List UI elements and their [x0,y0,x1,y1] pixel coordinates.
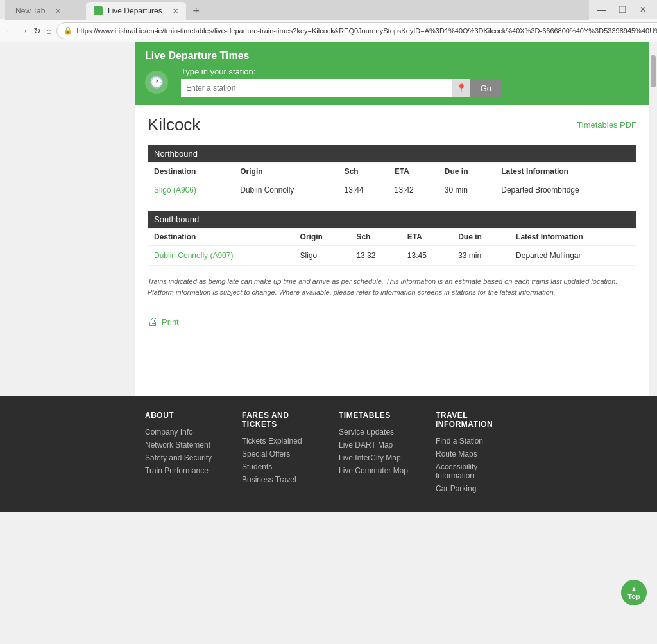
reload-button[interactable]: ↻ [33,23,41,39]
col-origin: Origin [234,163,337,180]
restore-button[interactable]: ❐ [613,3,631,16]
page-wrapper: New Tab ✕ Live Departures ✕ + — ❐ ✕ ← → … [0,0,657,512]
southbound-col-headers: Destination Origin Sch ETA Due in Latest… [148,229,636,246]
forward-button[interactable]: → [19,23,28,39]
left-margin [0,42,135,396]
print-label[interactable]: Print [162,317,179,327]
col-sch: Sch [338,163,388,180]
northbound-table: Northbound Destination Origin Sch ETA Du… [148,145,636,200]
footer-timetables-links: Service updatesLive DART MapLive InterCi… [339,428,415,475]
location-icon[interactable]: 📍 [452,79,470,97]
footer-link[interactable]: Safety and Security [145,453,221,462]
col-destination: Destination [148,163,234,180]
footer-link[interactable]: Special Offers [242,449,318,458]
address-bar[interactable]: 🔒 https://www.irishrail.ie/en-ie/train-t… [56,22,657,39]
footer-link[interactable]: Business Travel [242,475,318,484]
right-scrollbar-area[interactable] [649,42,657,396]
footer-travel: TRAVEL INFORMATION Find a StationRoute M… [425,411,522,497]
clock-icon: 🕐 [145,71,168,94]
latest-info-cell: Departed Mullingar [509,246,636,266]
eta-cell: 13:42 [388,180,438,200]
footer-link[interactable]: Company Info [145,428,221,437]
footer-link[interactable]: Service updates [339,428,415,437]
footer-link[interactable]: Live InterCity Map [339,453,415,462]
destination-link[interactable]: Sligo (A906) [154,186,196,195]
departure-header-title: Live Departure Times [145,50,639,62]
col-eta: ETA [401,229,452,246]
disclaimer-text: Trains indicated as being late can make … [148,276,636,297]
minimize-button[interactable]: — [593,3,611,16]
sch-cell: 13:44 [338,180,388,200]
footer-timetables: TIMETABLES Service updatesLive DART MapL… [328,411,425,497]
print-row[interactable]: 🖨 Print [148,308,636,338]
tab-bar: New Tab ✕ Live Departures ✕ + [5,0,589,20]
footer-fares-title: FARES AND TICKETS [242,411,318,429]
southbound-table: Southbound Destination Origin Sch ETA Du… [148,211,636,266]
footer-inner: ABOUT Company InfoNetwork StatementSafet… [135,411,522,497]
latest-info-cell: Departed Broombridge [495,180,636,200]
address-bar-row: ← → ↻ ⌂ 🔒 https://www.irishrail.ie/en-ie… [0,19,657,42]
footer-timetables-title: TIMETABLES [339,411,415,420]
footer-link[interactable]: Live Commuter Map [339,466,415,475]
station-title-row: Kilcock Timetables PDF [148,115,636,135]
due-in-cell: 30 min [438,180,495,200]
col-due-in: Due in [452,229,509,246]
footer-link[interactable]: Route Maps [436,449,512,458]
footer-travel-title: TRAVEL INFORMATION [436,411,512,429]
print-icon: 🖨 [148,316,158,327]
table-row: Dublin Connolly (A907) Sligo 13:32 13:45… [148,246,636,266]
footer-fares: FARES AND TICKETS Tickets ExplainedSpeci… [232,411,328,497]
timetables-pdf-link[interactable]: Timetables PDF [577,120,636,130]
browser-titlebar: New Tab ✕ Live Departures ✕ + — ❐ ✕ [0,0,657,19]
col-destination: Destination [148,229,294,246]
footer-link[interactable]: Tickets Explained [242,437,318,446]
home-button[interactable]: ⌂ [46,23,51,39]
southbound-header: Southbound [148,211,636,229]
footer-travel-links: Find a StationRoute MapsAccessibility In… [436,437,512,493]
page-area: Live Departure Times 🕐 Type in your stat… [0,42,657,396]
station-name: Kilcock [148,115,200,135]
go-button[interactable]: Go [470,79,502,97]
tab-new-tab[interactable]: New Tab ✕ [8,2,85,20]
close-button[interactable]: ✕ [634,3,652,16]
footer-link[interactable]: Network Statement [145,440,221,449]
footer-fares-links: Tickets ExplainedSpecial OffersStudentsB… [242,437,318,484]
new-tab-button[interactable]: + [187,2,205,20]
footer-link[interactable]: Students [242,462,318,471]
tab-close-icon[interactable]: ✕ [173,7,178,15]
tab-label: Live Departures [108,6,162,15]
back-button[interactable]: ← [5,23,14,39]
url-text: https://www.irishrail.ie/en-ie/train-tim… [76,27,657,35]
sch-cell: 13:32 [350,246,400,266]
station-search-input[interactable] [181,79,452,97]
footer-link[interactable]: Find a Station [436,437,512,446]
northbound-col-headers: Destination Origin Sch ETA Due in Latest… [148,163,636,180]
scrollbar-thumb[interactable] [651,55,656,87]
tab-live-departures[interactable]: Live Departures ✕ [86,2,186,20]
tab-favicon [94,6,103,15]
footer-link[interactable]: Live DART Map [339,440,415,449]
southbound-rows: Dublin Connolly (A907) Sligo 13:32 13:45… [148,246,636,266]
col-due-in: Due in [438,163,495,180]
destination-link[interactable]: Dublin Connolly (A907) [154,251,233,260]
browser-chrome: New Tab ✕ Live Departures ✕ + — ❐ ✕ ← → … [0,0,657,42]
tab-close-icon[interactable]: ✕ [55,7,61,15]
origin-cell: Sligo [294,246,350,266]
table-row: Sligo (A906) Dublin Connolly 13:44 13:42… [148,180,636,200]
due-in-cell: 33 min [452,246,509,266]
footer-link[interactable]: Car Parking [436,484,512,493]
window-controls: — ❐ ✕ [593,3,652,16]
tab-label: New Tab [15,6,45,15]
col-latest-info: Latest Information [495,163,636,180]
footer-about-title: ABOUT [145,411,221,420]
footer-link[interactable]: Accessibility Information [436,462,512,480]
main-content: Live Departure Times 🕐 Type in your stat… [135,42,649,396]
departure-header: Live Departure Times 🕐 Type in your stat… [135,42,649,105]
eta-cell: 13:45 [401,246,452,266]
main-body: Kilcock Timetables PDF Northbound Destin… [135,105,649,348]
origin-cell: Dublin Connolly [234,180,337,200]
col-latest-info: Latest Information [509,229,636,246]
footer-link[interactable]: Train Performance [145,466,221,475]
footer-about-links: Company InfoNetwork StatementSafety and … [145,428,221,475]
northbound-header: Northbound [148,145,636,163]
